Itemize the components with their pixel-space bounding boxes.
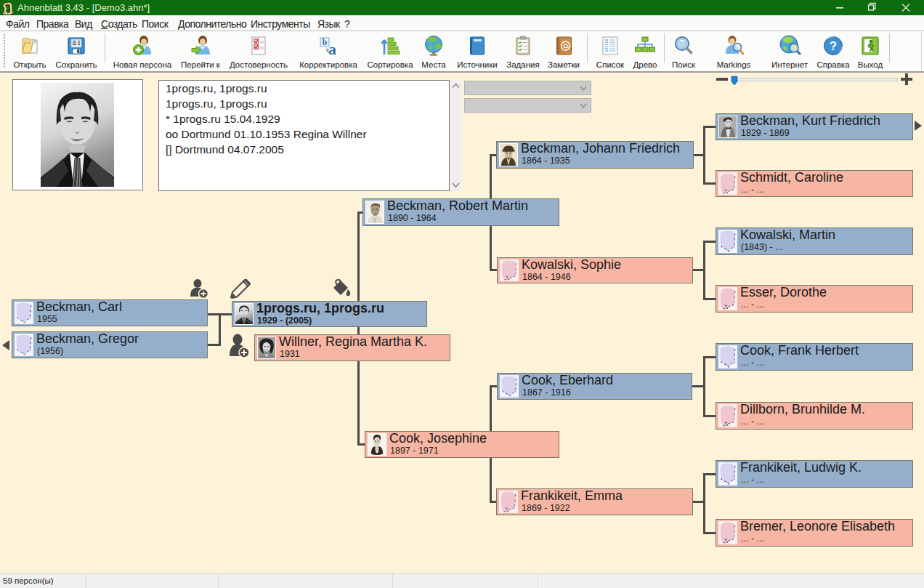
svg-text:a: a [328, 40, 336, 57]
svg-text:b: b [323, 37, 328, 47]
svg-text:?: ? [830, 39, 837, 53]
